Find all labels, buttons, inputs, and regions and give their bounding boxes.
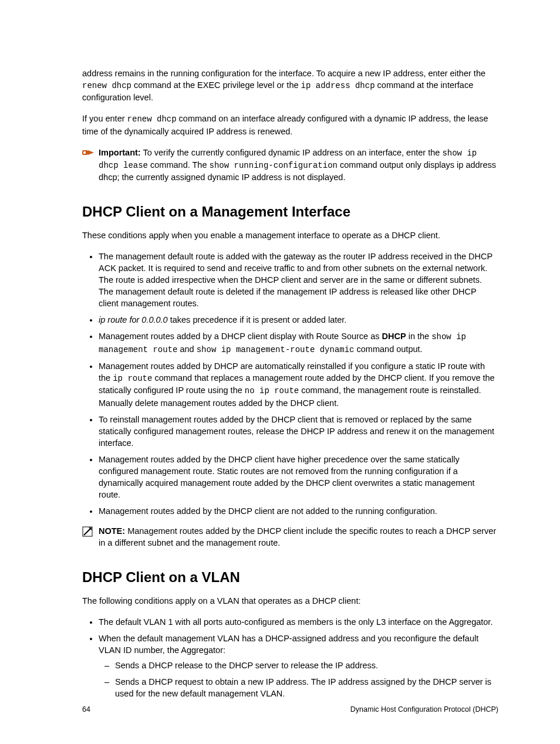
list-item: The management default route is added wi… [99,251,498,309]
text: Management routes added by a DHCP client… [99,332,382,341]
text-bold: DHCP [382,332,406,341]
text: When the default management VLAN has a D… [99,634,478,655]
note-icon [82,525,99,537]
text: If you enter [82,114,127,123]
list-item: ip route for 0.0.0.0 takes precedence if… [99,314,498,326]
section1-list: The management default route is added wi… [82,251,498,516]
list-item: The default VLAN 1 with all ports auto-c… [99,616,498,628]
text: address remains in the running configura… [82,69,485,78]
code: no ip route [245,386,299,395]
important-callout: Important: To verify the currently confi… [82,147,498,184]
code: show running-configuration [210,161,338,170]
code: show ip management-route dynamic [197,345,355,354]
page-number: 64 [82,705,90,715]
footer-title: Dynamic Host Configuration Protocol (DHC… [350,705,498,715]
text-italic: ip route for 0.0.0.0 [99,315,168,324]
svg-rect-1 [83,151,86,154]
text: and [177,344,196,354]
section1-intro: These conditions apply when you enable a… [82,229,498,241]
list-item: Management routes added by the DHCP clie… [99,454,498,500]
section2-sublist: Sends a DHCP release to the DHCP server … [99,660,498,699]
text: To verify the currently configured dynam… [141,148,443,157]
section2-intro: The following conditions apply on a VLAN… [82,595,498,607]
text: command output. [355,344,423,354]
list-item: Sends a DHCP request to obtain a new IP … [115,676,498,699]
list-item: Management routes added by a DHCP client… [99,330,498,356]
text: in the [406,332,432,341]
important-label: Important: [99,148,141,157]
text: command at the EXEC privilege level or t… [131,80,301,90]
code: renew dhcp [82,81,131,90]
section-heading-management: DHCP Client on a Management Interface [82,202,498,221]
text: Management routes added by the DHCP clie… [99,526,496,547]
list-item: Management routes added by the DHCP clie… [99,505,498,517]
important-body: Important: To verify the currently confi… [99,147,498,184]
important-icon [82,147,99,157]
intro-paragraph-1: address remains in the running configura… [82,67,498,103]
code: ip route [113,374,152,383]
section2-list: The default VLAN 1 with all ports auto-c… [82,616,498,699]
page-content: address remains in the running configura… [0,0,560,744]
section-heading-vlan: DHCP Client on a VLAN [82,567,498,587]
list-item: Sends a DHCP release to the DHCP server … [115,660,498,671]
code: renew dhcp [127,114,177,124]
code: ip address dhcp [301,81,375,90]
list-item: To reinstall management routes added by … [99,414,498,449]
note-body: NOTE: Management routes added by the DHC… [99,525,498,549]
intro-paragraph-2: If you enter renew dhcp command on an in… [82,113,498,137]
list-item: When the default management VLAN has a D… [99,633,498,699]
note-label: NOTE: [99,526,125,536]
list-item: Management routes added by DHCP are auto… [99,360,498,409]
text: command. The [148,160,210,170]
note-callout: NOTE: Management routes added by the DHC… [82,525,498,549]
text: takes precedence if it is present or add… [168,315,347,324]
page-footer: 64 Dynamic Host Configuration Protocol (… [82,705,498,715]
